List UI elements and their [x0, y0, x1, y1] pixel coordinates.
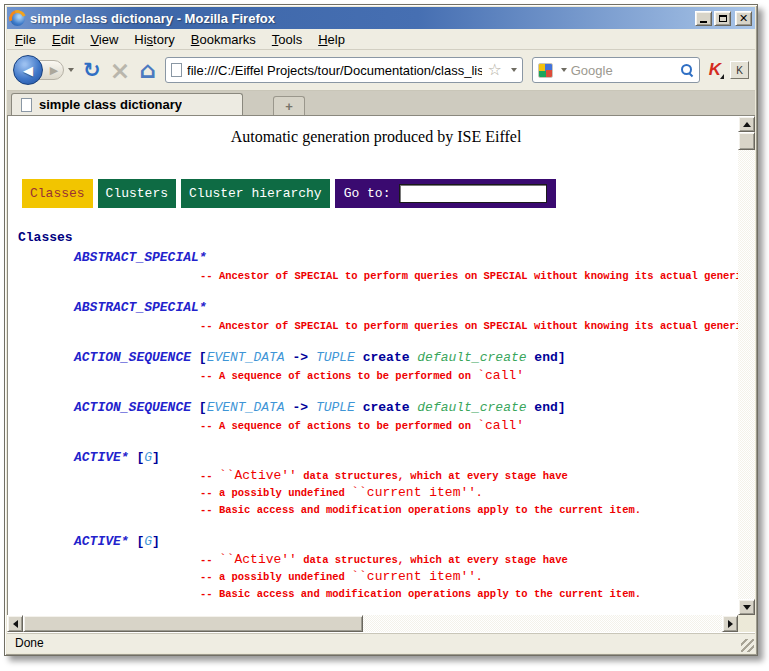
class-entry: ACTIVE* [G]-- ``Active'' data structures… [14, 449, 738, 518]
stop-button[interactable]: × [110, 58, 131, 83]
eiffel-keyword: -> [285, 350, 316, 365]
class-comment-line: -- ``Active'' data structures, which at … [200, 551, 738, 568]
menu-history[interactable]: History [126, 30, 182, 49]
new-tab-button[interactable]: + [273, 96, 305, 115]
page-button-clusters[interactable]: Clusters [98, 179, 176, 208]
tab-simple-class-dictionary[interactable]: simple class dictionary [11, 93, 243, 115]
status-text: Done [15, 636, 44, 650]
close-button[interactable]: ✕ [735, 11, 752, 26]
window-controls: ✕ [695, 11, 752, 26]
class-comment-line: -- Basic access and modification operati… [200, 501, 738, 518]
menu-tools[interactable]: Tools [264, 30, 310, 49]
comment-text: -- [200, 554, 219, 566]
kaspersky-toolbar-button[interactable]: K [730, 61, 749, 79]
url-input[interactable] [187, 63, 482, 78]
class-name-link[interactable]: ACTION_SEQUENCE [74, 400, 191, 415]
google-logo-icon [538, 63, 553, 78]
vertical-scroll-thumb[interactable] [738, 132, 755, 150]
kaspersky-icon[interactable]: K [709, 60, 721, 80]
class-name-link[interactable]: ACTION_SEQUENCE [74, 350, 191, 365]
class-comment-line: -- Ancestor of SPECIAL to perform querie… [200, 317, 738, 334]
class-comment-line: -- ``Active'' data structures, which at … [200, 467, 738, 484]
class-name-link[interactable]: ACTIVE* [74, 450, 129, 465]
menu-bookmarks[interactable]: Bookmarks [183, 30, 264, 49]
creation-feature: default_create [417, 400, 526, 415]
home-button[interactable]: ⌂ [140, 59, 156, 82]
class-name-link[interactable]: ABSTRACT_SPECIAL* [74, 250, 207, 265]
page-button-cluster-hierarchy[interactable]: Cluster hierarchy [181, 179, 330, 208]
classes-section-title: Classes [18, 230, 738, 245]
location-dropdown-icon[interactable] [511, 68, 517, 72]
comment-text: -- Basic access and modification operati… [200, 588, 641, 600]
class-name-link[interactable]: ABSTRACT_SPECIAL* [74, 300, 207, 315]
vertical-scroll-track[interactable] [738, 150, 755, 599]
eiffel-keyword: [ [191, 350, 207, 365]
comment-code: `call' [477, 418, 524, 433]
search-input[interactable] [571, 63, 676, 78]
goto-label: Go to: [344, 186, 391, 201]
reload-button[interactable]: ↻ [83, 60, 101, 81]
menu-help[interactable]: Help [310, 30, 353, 49]
class-comment-line: -- Basic access and modification operati… [200, 585, 738, 602]
history-dropdown-icon[interactable] [68, 68, 74, 72]
bookmark-star-icon[interactable]: ☆ [487, 62, 501, 78]
horizontal-scroll-thumb[interactable] [23, 615, 363, 632]
menu-edit[interactable]: Edit [44, 30, 82, 49]
forward-arrow-icon: ▶ [50, 65, 58, 76]
class-list: ABSTRACT_SPECIAL*-- Ancestor of SPECIAL … [14, 249, 738, 615]
arrow-left-icon [13, 620, 18, 628]
comment-code: `call' [477, 368, 524, 383]
eiffel-keyword: [ [129, 450, 145, 465]
class-name-link[interactable]: ACTIVE* [74, 534, 129, 549]
maximize-button[interactable] [714, 11, 731, 26]
tab-strip: simple class dictionary + [7, 91, 755, 116]
eiffel-keyword: [ [129, 534, 145, 549]
class-entry: ACTION_SEQUENCE [EVENT_DATA -> TUPLE cre… [14, 399, 738, 434]
page-button-classes[interactable]: Classes [22, 179, 93, 208]
class-signature: ACTION_SEQUENCE [EVENT_DATA -> TUPLE cre… [74, 399, 738, 417]
comment-text: -- Basic access and modification operati… [200, 504, 641, 516]
eiffel-keyword: create [355, 350, 417, 365]
scroll-right-button[interactable] [722, 615, 738, 632]
scroll-up-button[interactable] [738, 116, 755, 132]
scroll-down-button[interactable] [738, 599, 755, 615]
menu-file[interactable]: File [7, 30, 44, 49]
eiffel-keyword: ] [558, 350, 566, 365]
class-entry: ABSTRACT_SPECIAL*-- Ancestor of SPECIAL … [14, 249, 738, 284]
titlebar: simple class dictionary - Mozilla Firefo… [7, 7, 755, 29]
comment-text: data structures, which at every stage ha… [297, 554, 568, 566]
eiffel-nav-buttons: ClassesClustersCluster hierarchy Go to: [22, 179, 738, 208]
comment-code: ``current item'' [351, 485, 476, 500]
back-arrow-icon: ◀ [23, 64, 33, 77]
minimize-button[interactable] [695, 11, 712, 26]
back-button[interactable]: ◀ [13, 55, 43, 85]
comment-code: ``Active'' [219, 468, 297, 483]
comment-text: -- a possibly undefined [200, 571, 351, 583]
maximize-icon [719, 15, 727, 22]
resize-grip-icon[interactable] [741, 639, 754, 652]
comment-text: -- A sequence of actions to be performed… [200, 370, 477, 382]
firefox-window: simple class dictionary - Mozilla Firefo… [4, 4, 758, 656]
comment-code: ``Active'' [219, 552, 297, 567]
class-comment-line: -- a possibly undefined ``current item''… [200, 568, 738, 585]
horizontal-scrollbar[interactable] [7, 615, 738, 632]
horizontal-scroll-track[interactable] [363, 615, 722, 632]
goto-input[interactable] [399, 184, 547, 203]
navigation-toolbar: ◀ ▶ ↻ × ⌂ ☆ K K [7, 50, 755, 91]
class-comment-line: -- A sequence of actions to be performed… [200, 417, 738, 434]
tab-label: simple class dictionary [39, 97, 182, 112]
back-forward-cluster: ◀ ▶ [13, 55, 74, 85]
class-signature: ACTIVE* [G] [74, 533, 738, 551]
scroll-left-button[interactable] [7, 615, 23, 632]
vertical-scrollbar[interactable] [738, 116, 755, 615]
comment-text: data structures, which at every stage ha… [297, 470, 568, 482]
search-engine-dropdown-icon[interactable] [561, 68, 567, 72]
scrollbar-corner [738, 615, 755, 632]
comment-text: -- Ancestor of SPECIAL to perform querie… [200, 270, 738, 282]
arrow-up-icon [743, 122, 751, 127]
class-comment-line: -- Ancestor of SPECIAL to perform querie… [200, 267, 738, 284]
search-icon[interactable] [680, 63, 694, 77]
class-entry: ACTION_SEQUENCE [EVENT_DATA -> TUPLE cre… [14, 349, 738, 384]
eiffel-keyword: ] [558, 400, 566, 415]
menu-view[interactable]: View [82, 30, 126, 49]
